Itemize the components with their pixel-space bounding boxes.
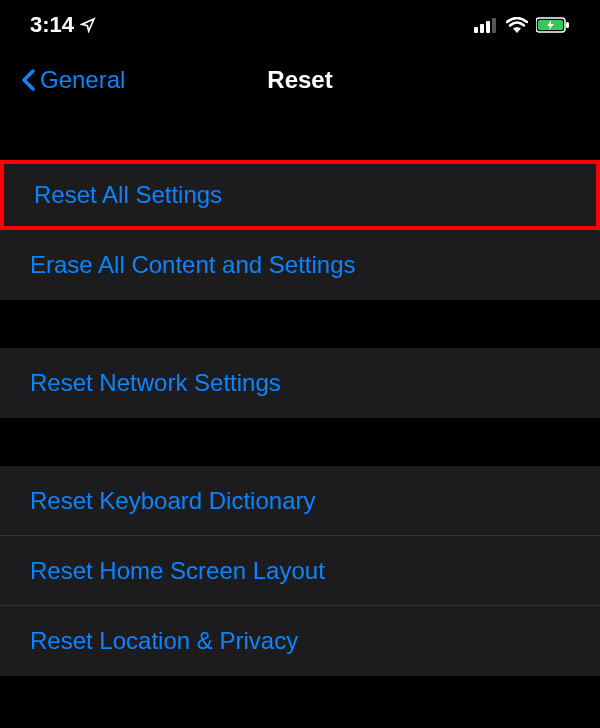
content: Reset All Settings Erase All Content and… [0, 110, 600, 676]
svg-rect-2 [486, 21, 490, 33]
list-item-label: Reset All Settings [34, 181, 222, 209]
list-item-label: Reset Network Settings [30, 369, 281, 397]
section-spacer [0, 418, 600, 466]
status-bar: 3:14 [0, 0, 600, 50]
section-spacer [0, 300, 600, 348]
back-label: General [40, 66, 125, 94]
navigation-bar: General Reset [0, 50, 600, 110]
reset-home-screen-layout-item[interactable]: Reset Home Screen Layout [0, 536, 600, 606]
cellular-signal-icon [474, 17, 498, 33]
status-left: 3:14 [30, 12, 96, 38]
location-arrow-icon [80, 17, 96, 33]
list-item-label: Erase All Content and Settings [30, 251, 356, 279]
list-item-label: Reset Home Screen Layout [30, 557, 325, 585]
svg-rect-3 [492, 18, 496, 33]
status-right [474, 17, 570, 33]
reset-all-settings-item[interactable]: Reset All Settings [0, 160, 600, 230]
reset-group-3: Reset Keyboard Dictionary Reset Home Scr… [0, 466, 600, 676]
list-item-label: Reset Keyboard Dictionary [30, 487, 315, 515]
reset-keyboard-dictionary-item[interactable]: Reset Keyboard Dictionary [0, 466, 600, 536]
wifi-icon [506, 17, 528, 33]
svg-rect-6 [566, 22, 569, 28]
status-time: 3:14 [30, 12, 74, 38]
svg-rect-1 [480, 24, 484, 33]
list-item-label: Reset Location & Privacy [30, 627, 298, 655]
section-spacer [0, 110, 600, 160]
svg-rect-0 [474, 27, 478, 33]
reset-location-privacy-item[interactable]: Reset Location & Privacy [0, 606, 600, 676]
reset-network-settings-item[interactable]: Reset Network Settings [0, 348, 600, 418]
battery-charging-icon [536, 17, 570, 33]
erase-all-content-item[interactable]: Erase All Content and Settings [0, 230, 600, 300]
back-button[interactable]: General [20, 66, 125, 94]
reset-group-1: Reset All Settings Erase All Content and… [0, 160, 600, 300]
reset-group-2: Reset Network Settings [0, 348, 600, 418]
page-title: Reset [267, 66, 332, 94]
chevron-left-icon [20, 68, 36, 92]
